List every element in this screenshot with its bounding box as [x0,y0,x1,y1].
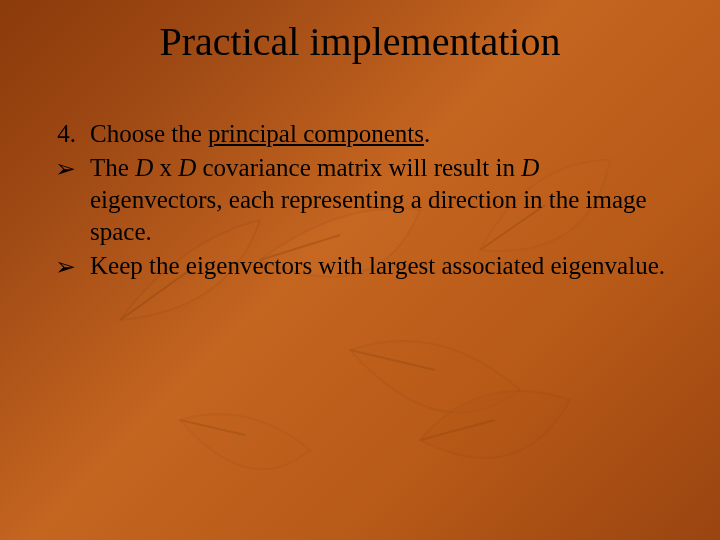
list-item-text: Choose the principal components. [90,118,678,150]
text-run: D [135,154,153,181]
text-run: D [178,154,196,181]
list-item: ➢The D x D covariance matrix will result… [42,152,678,248]
list-item-text: Keep the eigenvectors with largest assoc… [90,250,678,282]
text-run: eigenvectors, each representing a direct… [90,186,647,245]
slide: Practical implementation 4.Choose the pr… [0,0,720,540]
text-run: The [90,154,135,181]
text-run: covariance matrix will result in [196,154,521,181]
text-run: D [521,154,539,181]
arrow-bullet-icon: ➢ [42,152,90,184]
text-run: principal components [208,120,424,147]
slide-body: 4.Choose the principal components.➢The D… [42,118,678,284]
arrow-bullet-icon: ➢ [42,250,90,282]
text-run: x [153,154,178,181]
text-run: Choose the [90,120,208,147]
text-run: . [424,120,430,147]
text-run: Keep the eigenvectors with largest assoc… [90,252,665,279]
slide-title: Practical implementation [0,18,720,65]
list-number: 4. [42,118,90,150]
list-item-text: The D x D covariance matrix will result … [90,152,678,248]
list-item: ➢Keep the eigenvectors with largest asso… [42,250,678,282]
list-item: 4.Choose the principal components. [42,118,678,150]
